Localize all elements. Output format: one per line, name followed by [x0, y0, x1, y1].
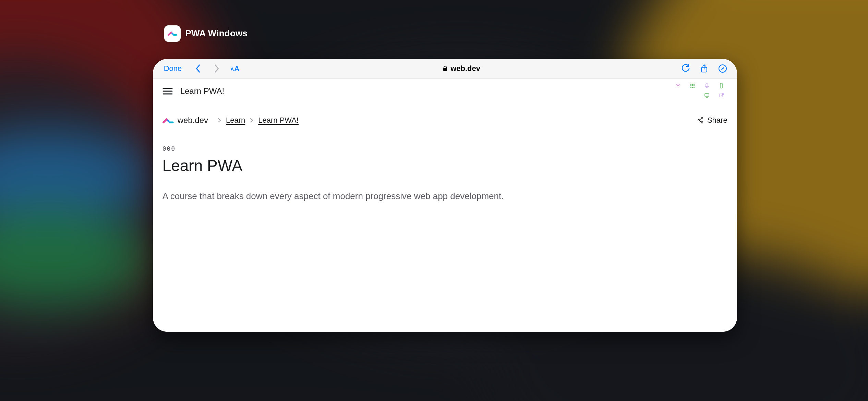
svg-rect-1: [443, 68, 447, 71]
text-size-button[interactable]: A A: [228, 64, 242, 73]
chevron-right-icon: [214, 64, 220, 73]
status-indicators: [672, 82, 727, 99]
reload-icon: [681, 64, 690, 73]
page-site-header: Learn PWA!: [153, 79, 737, 103]
page-header-title: Learn PWA!: [180, 86, 225, 96]
compass-icon: [718, 64, 727, 73]
svg-line-25: [699, 121, 701, 122]
svg-rect-9: [694, 84, 695, 85]
svg-rect-12: [694, 85, 695, 86]
safari-toolbar: Done A A: [153, 59, 737, 79]
svg-rect-19: [719, 94, 722, 97]
grid-icon: [689, 83, 696, 89]
webdev-logo-icon: [162, 116, 175, 125]
chevron-right-icon: [250, 118, 253, 123]
breadcrumb-link-learn[interactable]: Learn: [226, 116, 245, 125]
url-bar[interactable]: web.dev: [246, 64, 677, 73]
svg-rect-14: [692, 87, 693, 88]
forward-button: [209, 61, 224, 76]
wifi-icon: [675, 83, 681, 89]
breadcrumb-link-learn-pwa[interactable]: Learn PWA!: [258, 116, 299, 125]
safari-card[interactable]: Done A A: [153, 59, 737, 332]
lock-icon: [443, 65, 448, 72]
reload-button[interactable]: [681, 64, 690, 73]
text-size-big: A: [234, 64, 239, 73]
app-title: PWA Windows: [185, 28, 248, 39]
share-label: Share: [707, 116, 727, 125]
page-share-button[interactable]: Share: [697, 116, 727, 125]
svg-rect-7: [690, 84, 691, 85]
app-switcher-header: PWA Windows: [164, 25, 248, 42]
arrow-out-icon: [718, 92, 724, 98]
page-content[interactable]: Learn PWA!: [153, 79, 737, 332]
app-icon: [164, 25, 181, 42]
svg-rect-15: [694, 87, 695, 88]
url-host: web.dev: [450, 64, 480, 73]
back-button[interactable]: [191, 61, 206, 76]
menu-button[interactable]: [162, 87, 173, 95]
svg-rect-11: [692, 85, 693, 86]
chevron-right-icon: [218, 118, 221, 123]
share-button[interactable]: [699, 64, 709, 73]
site-name: web.dev: [178, 116, 208, 125]
open-in-safari-button[interactable]: [718, 64, 727, 73]
chevron-left-icon: [195, 64, 201, 73]
bell-icon: [704, 83, 710, 89]
text-size-small: A: [230, 66, 234, 72]
svg-rect-13: [690, 87, 691, 88]
svg-rect-16: [720, 83, 722, 88]
site-logo[interactable]: web.dev: [162, 116, 208, 125]
share-icon: [700, 64, 709, 73]
hamburger-icon: [162, 87, 173, 95]
article-description: A course that breaks down every aspect o…: [162, 189, 671, 203]
svg-line-24: [699, 119, 701, 120]
share-nodes-icon: [697, 117, 704, 124]
article: web.dev Learn Learn PWA!: [153, 103, 737, 203]
article-title: Learn PWA: [162, 156, 727, 175]
desktop-icon: [704, 92, 710, 98]
breadcrumb: web.dev Learn Learn PWA!: [162, 103, 727, 125]
mobile-icon: [718, 83, 724, 89]
svg-rect-10: [690, 85, 691, 86]
svg-rect-17: [705, 94, 709, 96]
chapter-number: 000: [162, 145, 727, 152]
svg-rect-8: [692, 84, 693, 85]
done-button[interactable]: Done: [164, 64, 188, 73]
